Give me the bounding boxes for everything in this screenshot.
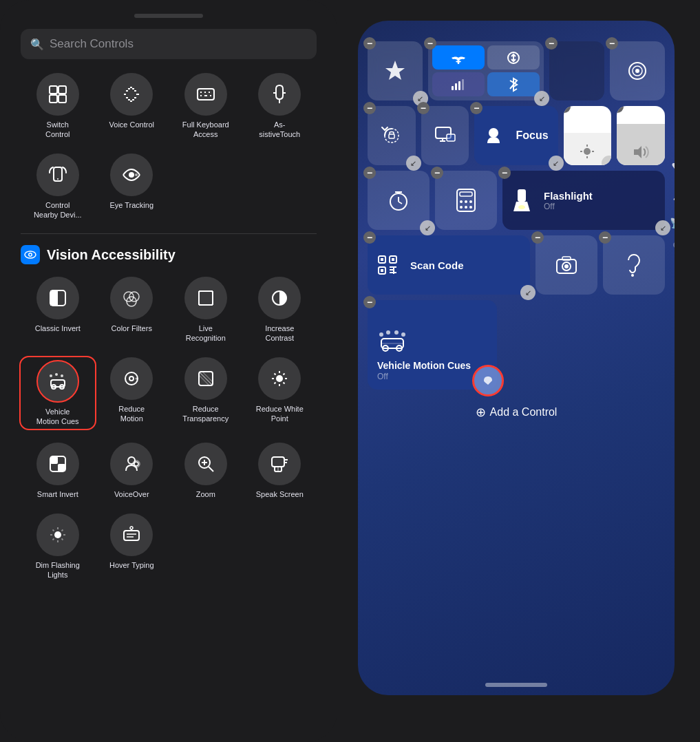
svg-rect-115 bbox=[460, 192, 472, 196]
svg-point-116 bbox=[460, 200, 463, 203]
voice-control-label: Voice Control bbox=[109, 120, 154, 129]
vehicle-minus[interactable]: − bbox=[363, 296, 376, 308]
camera-tile[interactable]: − bbox=[535, 235, 597, 295]
cc-row-4: − Scan Code bbox=[368, 235, 665, 295]
cc-row-1: − ↙ − bbox=[368, 41, 665, 100]
screen-mirror-tile[interactable]: − bbox=[421, 106, 469, 165]
control-vehicle-motion[interactable]: Vehicle Motion Cues bbox=[21, 357, 95, 430]
network-drag[interactable]: ↙ bbox=[534, 91, 549, 106]
vehicle-red-ring[interactable] bbox=[472, 365, 504, 396]
control-item-switch-control[interactable]: Switch Control bbox=[21, 73, 95, 140]
calc-minus[interactable]: − bbox=[431, 167, 443, 179]
lock-minus[interactable]: − bbox=[363, 102, 376, 114]
dim-flashing-icon bbox=[36, 513, 79, 556]
svg-point-46 bbox=[136, 377, 138, 379]
vehicle-motion-icon bbox=[36, 360, 79, 403]
scan-drag[interactable]: ↙ bbox=[520, 285, 535, 300]
increase-contrast-icon bbox=[258, 277, 301, 319]
control-hover-typing[interactable]: Hover Typing bbox=[95, 513, 169, 580]
control-live-recognition[interactable]: Live Recognition bbox=[169, 277, 243, 343]
radio-icon: 📡 bbox=[670, 218, 675, 229]
focus-minus[interactable]: − bbox=[470, 102, 482, 114]
empty-minus[interactable]: − bbox=[545, 37, 558, 50]
control-reduce-transparency[interactable]: Reduce Transparency bbox=[169, 357, 243, 430]
svg-line-58 bbox=[284, 373, 285, 374]
reduce-transparency-icon bbox=[184, 357, 227, 400]
control-classic-invert[interactable]: Classic Invert bbox=[21, 277, 95, 343]
flashlight-label: Flashlight bbox=[544, 190, 593, 202]
volume-tile[interactable]: − bbox=[617, 106, 665, 165]
flashlight-tile[interactable]: − Flashlight Off ↙ bbox=[502, 171, 665, 230]
svg-rect-128 bbox=[381, 258, 383, 261]
brightness-tile[interactable]: − ↙ bbox=[564, 106, 612, 165]
svg-point-25 bbox=[129, 172, 134, 178]
brightness-drag[interactable]: ↙ bbox=[602, 156, 611, 165]
svg-line-48 bbox=[199, 372, 213, 385]
airplane-tile[interactable]: − ↙ bbox=[368, 41, 423, 100]
dot-icon bbox=[673, 242, 675, 248]
control-item-full-keyboard[interactable]: Full Keyboard Access bbox=[169, 73, 243, 140]
volume-minus[interactable]: − bbox=[617, 106, 624, 113]
control-reduce-motion[interactable]: Reduce Motion bbox=[95, 357, 169, 430]
flashlight-minus[interactable]: − bbox=[498, 167, 511, 179]
timer-drag[interactable]: ↙ bbox=[420, 220, 435, 235]
vehicle-right-label: Vehicle Motion Cues bbox=[377, 359, 487, 372]
control-item-voice-control[interactable]: Voice Control bbox=[95, 73, 169, 140]
color-filters-icon bbox=[110, 277, 153, 319]
svg-rect-35 bbox=[199, 291, 213, 305]
scan-minus[interactable]: − bbox=[363, 231, 376, 244]
control-color-filters[interactable]: Color Filters bbox=[95, 277, 169, 343]
lock-drag[interactable]: ↙ bbox=[406, 156, 421, 171]
hearing-minus[interactable]: − bbox=[599, 231, 611, 244]
scan-tile[interactable]: − Scan Code bbox=[368, 235, 530, 295]
vehicle-motion-label: Vehicle Motion Cues bbox=[34, 407, 82, 427]
eye-tracking-label: Eye Tracking bbox=[109, 200, 153, 210]
bluetooth-cell[interactable] bbox=[487, 72, 540, 96]
cellular-cell[interactable] bbox=[432, 72, 485, 96]
svg-rect-94 bbox=[458, 81, 460, 90]
svg-rect-41 bbox=[51, 380, 65, 387]
search-placeholder: Search Controls bbox=[50, 37, 134, 51]
cast-tile[interactable]: − bbox=[610, 41, 665, 100]
camera-minus[interactable]: − bbox=[531, 231, 544, 244]
focus-tile[interactable]: − Focus ↙ bbox=[474, 106, 558, 165]
mirror-minus[interactable]: − bbox=[417, 102, 429, 114]
svg-point-142 bbox=[394, 330, 399, 335]
smart-invert-icon bbox=[36, 443, 79, 485]
svg-point-139 bbox=[631, 274, 634, 277]
hearing-tile[interactable]: − bbox=[603, 235, 665, 295]
eye-tracking-icon bbox=[110, 153, 153, 196]
control-increase-contrast[interactable]: Increase Contrast bbox=[243, 277, 317, 343]
scan-code-label: Scan Code bbox=[410, 259, 464, 271]
network-minus[interactable]: − bbox=[424, 37, 436, 50]
classic-invert-icon bbox=[36, 277, 79, 319]
control-dim-flashing[interactable]: Dim Flashing Lights bbox=[21, 513, 95, 580]
brightness-minus[interactable]: − bbox=[564, 106, 571, 113]
timer-minus[interactable]: − bbox=[363, 167, 376, 179]
control-nearby-label: Control Nearby Devi... bbox=[34, 200, 82, 220]
control-smart-invert[interactable]: Smart Invert bbox=[21, 443, 95, 499]
svg-point-140 bbox=[379, 332, 383, 337]
airdrop-cell[interactable] bbox=[487, 45, 540, 70]
add-control-row[interactable]: ⊕ Add a Control bbox=[368, 405, 665, 420]
control-reduce-white[interactable]: Reduce White Point bbox=[243, 357, 317, 430]
timer-tile[interactable]: − ↙ bbox=[368, 171, 429, 230]
search-icon: 🔍 bbox=[30, 38, 44, 51]
control-zoom[interactable]: Zoom bbox=[169, 443, 243, 499]
control-item-control-nearby[interactable]: Control Nearby Devi... bbox=[21, 153, 95, 220]
vehicle-tile-right[interactable]: − Vehicle Motion Cues Off bbox=[368, 300, 497, 390]
calculator-tile[interactable]: − bbox=[435, 171, 497, 230]
cast-minus[interactable]: − bbox=[606, 37, 618, 50]
airplane-minus[interactable]: − bbox=[363, 37, 376, 50]
focus-drag[interactable]: ↙ bbox=[549, 156, 564, 171]
flashlight-drag[interactable]: ↙ bbox=[655, 220, 670, 235]
control-item-assistive-touch[interactable]: As-sistiveTouch bbox=[243, 73, 317, 140]
wifi-cell[interactable] bbox=[432, 45, 485, 70]
lock-rotation-tile[interactable]: − ↙ bbox=[368, 106, 416, 165]
control-speak-screen[interactable]: Speak Screen bbox=[243, 443, 317, 499]
vision-section-header: Vision Accessibility bbox=[21, 245, 317, 264]
search-bar[interactable]: 🔍 Search Controls bbox=[21, 29, 317, 59]
control-item-eye-tracking[interactable]: Eye Tracking bbox=[95, 153, 169, 220]
svg-point-120 bbox=[465, 206, 467, 209]
control-voiceover[interactable]: VoiceOver bbox=[95, 443, 169, 499]
